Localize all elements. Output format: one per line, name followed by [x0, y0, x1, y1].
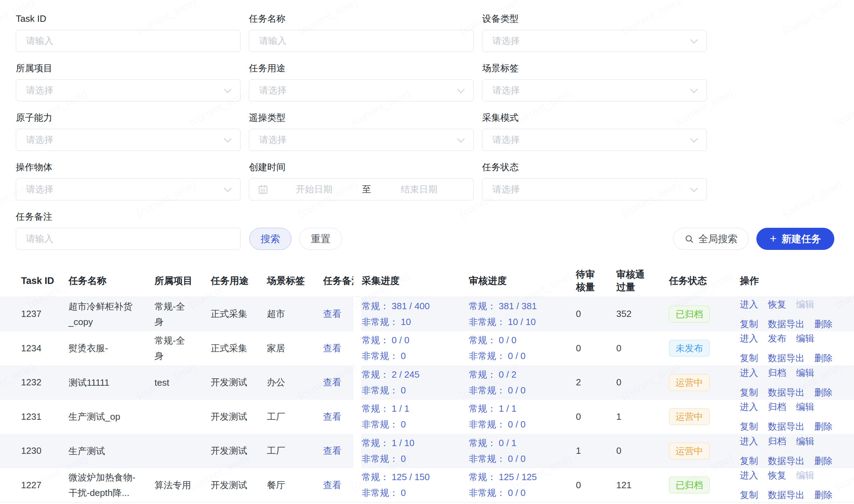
action-delete-link[interactable]: 删除 [814, 351, 833, 365]
collect-irregular: 非常规： 0 [362, 451, 462, 467]
status-badge: 运营中 [669, 374, 710, 391]
status-badge: 运营中 [669, 443, 710, 459]
cell-collect-progress: 常规： 381 / 400 非常规： 10 [361, 298, 469, 330]
action-delete-link[interactable]: 删除 [814, 317, 833, 331]
remark-view-link[interactable]: 查看 [323, 377, 341, 387]
action-restore-link[interactable]: 恢复 [768, 297, 786, 311]
task-name-input[interactable] [249, 30, 474, 52]
header-passed-count: 审核通过量 [616, 268, 669, 293]
action-delete-link[interactable]: 删除 [814, 385, 833, 399]
operate-object-select[interactable]: 请选择 [16, 178, 241, 200]
header-remark: 任务备注 [323, 274, 353, 287]
toolbar-row: 任务备注 搜索 重置 全局搜索 + 新建任务 [16, 212, 854, 250]
action-export-link[interactable]: 数据导出 [768, 419, 804, 433]
cell-project: 常规-全 身 [155, 333, 211, 364]
scene-tag-select[interactable]: 请选择 [482, 79, 707, 101]
create-time-range-picker[interactable]: 开始日期 至 结束日期 [249, 178, 474, 200]
device-type-select[interactable]: 请选择 [482, 30, 707, 52]
remark-view-link[interactable]: 查看 [323, 480, 341, 490]
action-enter-link[interactable]: 进入 [740, 297, 758, 311]
search-button[interactable]: 搜索 [249, 228, 291, 250]
cell-remark: 查看 [323, 445, 353, 457]
calendar-icon [258, 184, 268, 195]
action-enter-link[interactable]: 进入 [740, 468, 758, 482]
filter-create-time: 创建时间 开始日期 至 结束日期 [249, 163, 474, 200]
purpose-select[interactable]: 请选择 [249, 79, 474, 101]
action-delete-link[interactable]: 删除 [814, 454, 833, 468]
end-date-placeholder[interactable]: 结束日期 [373, 183, 465, 195]
remark-view-link[interactable]: 查看 [323, 445, 341, 456]
remark-view-link[interactable]: 查看 [323, 411, 341, 422]
cell-scene-tag: 超市 [267, 308, 323, 320]
action-enter-link[interactable]: 进入 [740, 434, 758, 448]
table-row: 1237 超市冷鲜柜补货 _copy 常规-全 身 正式采集 超市 查看 常规：… [0, 297, 854, 331]
new-task-button[interactable]: + 新建任务 [756, 228, 834, 250]
action-edit-link[interactable]: 编辑 [796, 366, 814, 380]
project-select[interactable]: 请选择 [16, 79, 241, 101]
status-badge: 已归档 [669, 477, 710, 493]
action-publish-link[interactable]: 发布 [768, 331, 786, 345]
collect-irregular: 非常规： 10 [362, 314, 462, 330]
action-enter-link[interactable]: 进入 [740, 366, 758, 380]
action-copy-link[interactable]: 复制 [740, 317, 758, 331]
action-archive-link[interactable]: 归档 [768, 400, 786, 414]
task-remark-input[interactable] [16, 228, 241, 250]
action-export-link[interactable]: 数据导出 [768, 454, 804, 468]
action-copy-link[interactable]: 复制 [740, 488, 758, 502]
task-id-input[interactable] [16, 30, 241, 52]
action-export-link[interactable]: 数据导出 [768, 317, 804, 331]
remark-view-link[interactable]: 查看 [323, 343, 341, 353]
chevron-down-icon [690, 85, 698, 93]
cell-collect-progress: 常规： 1 / 1 非常规： 0 [361, 401, 469, 432]
atomic-ability-select[interactable]: 请选择 [16, 129, 241, 151]
fixed-column-divider [353, 434, 361, 468]
cell-actions: 进入恢复编辑复制数据导出删除 [736, 468, 854, 502]
action-enter-link[interactable]: 进入 [740, 331, 758, 345]
task-name-label: 任务名称 [249, 14, 474, 23]
action-enter-link[interactable]: 进入 [740, 400, 758, 414]
header-pending-count: 待审核量 [576, 268, 616, 293]
device-type-label: 设备类型 [482, 14, 707, 23]
cell-task-status: 已归档 [669, 477, 736, 493]
cell-review-progress: 常规： 125 / 125 非常规： 0 / 0 [469, 469, 576, 501]
review-regular: 常规： 125 / 125 [469, 469, 569, 485]
operate-object-label: 操作物体 [16, 163, 241, 172]
teleop-type-select[interactable]: 请选择 [249, 129, 474, 151]
action-export-link[interactable]: 数据导出 [768, 351, 804, 365]
action-copy-link[interactable]: 复制 [740, 419, 758, 433]
action-copy-link[interactable]: 复制 [740, 351, 758, 365]
action-restore-link[interactable]: 恢复 [768, 468, 786, 482]
action-archive-link[interactable]: 归档 [768, 366, 786, 380]
filter-collect-mode: 采集模式 请选择 [482, 113, 707, 151]
collect-irregular: 非常规： 0 [362, 383, 462, 398]
action-delete-link[interactable]: 删除 [814, 419, 833, 433]
collect-regular: 常规： 1 / 1 [362, 401, 462, 417]
cell-task-name: 超市冷鲜柜补货 _copy [68, 299, 155, 330]
cell-task-id: 1227 [21, 480, 68, 491]
status-badge: 运营中 [669, 408, 710, 425]
cell-review-progress: 常规： 0 / 2 非常规： 0 / 0 [469, 367, 576, 398]
filter-task-remark: 任务备注 [16, 212, 241, 250]
action-edit-link[interactable]: 编辑 [796, 434, 814, 448]
action-archive-link[interactable]: 归档 [768, 434, 786, 448]
cell-collect-progress: 常规： 125 / 150 非常规： 0 [361, 469, 469, 501]
action-edit-link[interactable]: 编辑 [796, 400, 814, 414]
action-delete-link[interactable]: 删除 [814, 488, 833, 502]
collect-regular: 常规： 0 / 0 [362, 332, 462, 348]
action-export-link[interactable]: 数据导出 [768, 488, 804, 502]
global-search-button[interactable]: 全局搜索 [673, 228, 749, 250]
collect-mode-select[interactable]: 请选择 [482, 129, 707, 151]
task-status-select[interactable]: 请选择 [482, 178, 707, 200]
action-copy-link[interactable]: 复制 [740, 454, 758, 468]
cell-remark: 查看 [323, 308, 353, 320]
start-date-placeholder[interactable]: 开始日期 [268, 183, 360, 195]
cell-task-status: 已归档 [669, 306, 736, 323]
cell-purpose: 正式采集 [211, 342, 267, 354]
action-copy-link[interactable]: 复制 [740, 385, 758, 399]
chevron-down-icon [690, 184, 698, 192]
action-export-link[interactable]: 数据导出 [768, 385, 804, 399]
action-edit-link[interactable]: 编辑 [796, 331, 814, 345]
remark-view-link[interactable]: 查看 [323, 309, 341, 319]
reset-button[interactable]: 重置 [299, 228, 342, 250]
review-irregular: 非常规： 0 / 0 [469, 383, 569, 398]
